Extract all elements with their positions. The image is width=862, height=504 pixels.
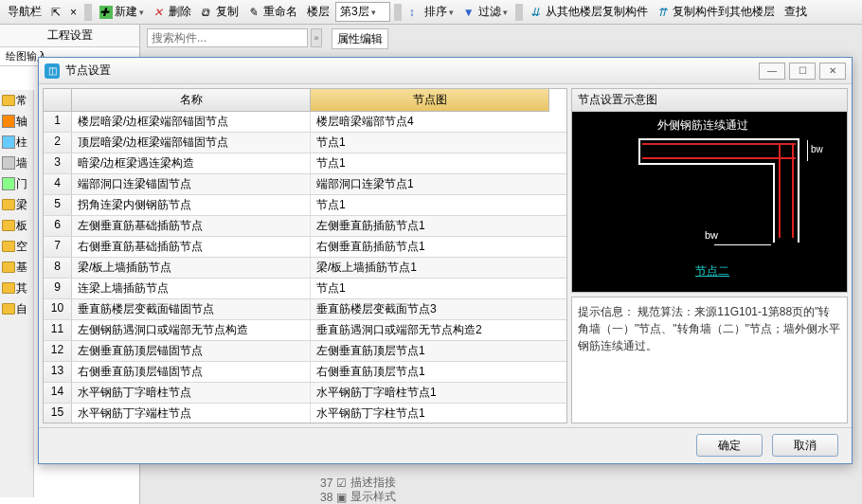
- grid-axis-icon[interactable]: [2, 115, 15, 128]
- search-input[interactable]: [147, 28, 308, 47]
- row-num: 3: [44, 153, 72, 173]
- nav-label: 导航栏: [4, 2, 45, 22]
- cancel-button[interactable]: 取消: [772, 434, 838, 457]
- cell-name: 拐角连梁内侧钢筋节点: [72, 195, 311, 215]
- cell-node[interactable]: 端部洞口连梁节点1: [311, 174, 549, 194]
- cell-name: 楼层暗梁/边框梁端部锚固节点: [72, 112, 311, 132]
- ok-button[interactable]: 确定: [696, 434, 763, 457]
- folder-icon[interactable]: [2, 282, 15, 294]
- table-row[interactable]: 13右侧垂直筋顶层锚固节点右侧垂直筋顶层节点1: [44, 362, 566, 383]
- dialog-titlebar: ◫ 节点设置 — ☐ ✕: [39, 58, 852, 84]
- dialog-title: 节点设置: [65, 63, 111, 79]
- close-icon[interactable]: ×: [66, 4, 81, 21]
- grid-header: 名称 节点图: [44, 89, 566, 112]
- cell-node[interactable]: 节点1: [311, 153, 549, 173]
- cell-node[interactable]: 垂直筋遇洞口或端部无节点构造2: [311, 320, 549, 340]
- node-settings-dialog: ◫ 节点设置 — ☐ ✕ 名称 节点图 1楼层暗梁/边框梁端部锚固节点楼层暗梁端…: [38, 57, 853, 464]
- new-button[interactable]: ✚新建▾: [96, 2, 148, 22]
- folder-icon[interactable]: [2, 220, 15, 231]
- app-icon: ◫: [45, 63, 60, 79]
- row-num: 8: [44, 258, 72, 278]
- table-row[interactable]: 6左侧垂直筋基础插筋节点左侧垂直筋插筋节点1: [44, 216, 566, 237]
- filter-button[interactable]: ▼过滤▾: [459, 2, 512, 22]
- row-num: 11: [44, 320, 72, 340]
- row-num: 2: [44, 133, 72, 153]
- cell-node[interactable]: 楼层暗梁端部节点4: [311, 112, 549, 132]
- node-grid[interactable]: 名称 节点图 1楼层暗梁/边框梁端部锚固节点楼层暗梁端部节点42顶层暗梁/边框梁…: [43, 88, 567, 423]
- table-row[interactable]: 15水平钢筋丁字端柱节点水平钢筋丁字柱节点1: [44, 404, 566, 423]
- column-icon[interactable]: [2, 135, 15, 149]
- cell-node[interactable]: 节点1: [311, 133, 549, 153]
- property-edit-tab[interactable]: 属性编辑: [332, 28, 388, 49]
- door-icon[interactable]: [2, 177, 15, 190]
- copyfrom-button[interactable]: ⇊从其他楼层复制构件: [527, 2, 652, 22]
- col-node: 节点图: [311, 89, 549, 112]
- cell-name: 端部洞口连梁锚固节点: [72, 174, 311, 194]
- search-expand-icon[interactable]: »: [311, 28, 322, 47]
- folder-icon[interactable]: [2, 241, 15, 252]
- preview-link[interactable]: 节点二: [695, 263, 729, 279]
- table-row[interactable]: 1楼层暗梁/边框梁端部锚固节点楼层暗梁端部节点4: [44, 112, 566, 133]
- cell-node[interactable]: 右侧垂直筋顶层节点1: [311, 362, 549, 382]
- cell-name: 顶层暗梁/边框梁端部锚固节点: [72, 133, 311, 153]
- cell-name: 左侧垂直筋基础插筋节点: [72, 216, 311, 236]
- table-row[interactable]: 9连梁上墙插筋节点节点1: [44, 279, 566, 299]
- row-num: 6: [44, 216, 72, 236]
- close-button[interactable]: ✕: [819, 63, 846, 80]
- cell-name: 垂直筋楼层变截面锚固节点: [72, 299, 311, 319]
- preview-panel: 节点设置示意图 外侧钢筋连续通过 bw: [571, 88, 848, 293]
- table-row[interactable]: 14水平钢筋丁字暗柱节点水平钢筋丁字暗柱节点1: [44, 383, 566, 404]
- row-num: 10: [44, 299, 72, 319]
- cell-node[interactable]: 右侧垂直筋插筋节点1: [311, 237, 549, 257]
- wall-icon[interactable]: [2, 156, 15, 170]
- table-row[interactable]: 8梁/板上墙插筋节点梁/板上墙插筋节点1: [44, 258, 566, 279]
- cell-node[interactable]: 节点1: [311, 195, 549, 215]
- table-row[interactable]: 4端部洞口连梁锚固节点端部洞口连梁节点1: [44, 174, 566, 195]
- folder-icon[interactable]: [2, 199, 15, 210]
- table-row[interactable]: 7右侧垂直筋基础插筋节点右侧垂直筋插筋节点1: [44, 237, 566, 258]
- table-row[interactable]: 5拐角连梁内侧钢筋节点节点1: [44, 195, 566, 216]
- hint-label: 提示信息：: [578, 305, 635, 318]
- sort-button[interactable]: ↕排序▾: [405, 2, 458, 22]
- table-row[interactable]: 12左侧垂直筋顶层锚固节点左侧垂直筋顶层节点1: [44, 341, 566, 362]
- cell-name: 右侧垂直筋基础插筋节点: [72, 237, 311, 257]
- find-button[interactable]: 查找: [781, 2, 811, 22]
- pin-icon[interactable]: ⇱: [47, 4, 64, 21]
- table-row[interactable]: 10垂直筋楼层变截面锚固节点垂直筋楼层变截面节点3: [44, 299, 566, 320]
- copy-button[interactable]: ⧉复制: [197, 2, 242, 22]
- cell-name: 右侧垂直筋顶层锚固节点: [72, 362, 311, 382]
- cell-node[interactable]: 水平钢筋丁字柱节点1: [311, 404, 549, 423]
- row-num: 15: [44, 404, 72, 423]
- bottom-rows: 37☑描述指接 38▣显示样式: [320, 476, 510, 504]
- maximize-button[interactable]: ☐: [789, 63, 816, 80]
- copyto-button[interactable]: ⇈复制构件到其他楼层: [654, 2, 779, 22]
- cell-node[interactable]: 梁/板上墙插筋节点1: [311, 258, 549, 278]
- folder-icon[interactable]: [2, 303, 15, 315]
- preview-canvas: 外侧钢筋连续通过 bw bw 节: [572, 112, 847, 292]
- cell-node[interactable]: 左侧垂直筋顶层节点1: [311, 341, 549, 361]
- cell-node[interactable]: 水平钢筋丁字暗柱节点1: [311, 383, 549, 403]
- layer-select[interactable]: 第3层 ▾: [335, 2, 390, 22]
- table-row[interactable]: 11左侧钢筋遇洞口或端部无节点构造垂直筋遇洞口或端部无节点构造2: [44, 320, 566, 341]
- folder-icon[interactable]: [2, 95, 15, 106]
- folder-icon[interactable]: [2, 261, 15, 273]
- rename-button[interactable]: ✎重命名: [244, 2, 301, 22]
- cell-name: 暗梁/边框梁遇连梁构造: [72, 153, 311, 173]
- cell-name: 梁/板上墙插筋节点: [72, 258, 311, 278]
- row-num: 4: [44, 174, 72, 194]
- row-num: 14: [44, 383, 72, 403]
- table-row[interactable]: 2顶层暗梁/边框梁端部锚固节点节点1: [44, 133, 566, 153]
- project-settings[interactable]: 工程设置: [0, 25, 139, 47]
- cell-node[interactable]: 垂直筋楼层变截面节点3: [311, 299, 549, 319]
- main-toolbar: 导航栏 ⇱ × ✚新建▾ ✕删除 ⧉复制 ✎重命名 楼层 第3层 ▾ ↕排序▾ …: [0, 0, 862, 25]
- table-row[interactable]: 3暗梁/边框梁遇连梁构造节点1: [44, 153, 566, 174]
- cell-node[interactable]: 左侧垂直筋插筋节点1: [311, 216, 549, 236]
- delete-button[interactable]: ✕删除: [150, 2, 195, 22]
- cell-node[interactable]: 节点1: [311, 279, 549, 298]
- hint-panel: 提示信息： 规范算法：来源11G101-1第88页的"转角墙（一）"节点、"转角…: [571, 297, 848, 423]
- cell-name: 左侧钢筋遇洞口或端部无节点构造: [72, 320, 311, 340]
- minimize-button[interactable]: —: [759, 63, 785, 80]
- cell-name: 连梁上墙插筋节点: [72, 279, 311, 298]
- preview-title: 节点设置示意图: [572, 89, 847, 112]
- cell-name: 水平钢筋丁字暗柱节点: [72, 383, 311, 403]
